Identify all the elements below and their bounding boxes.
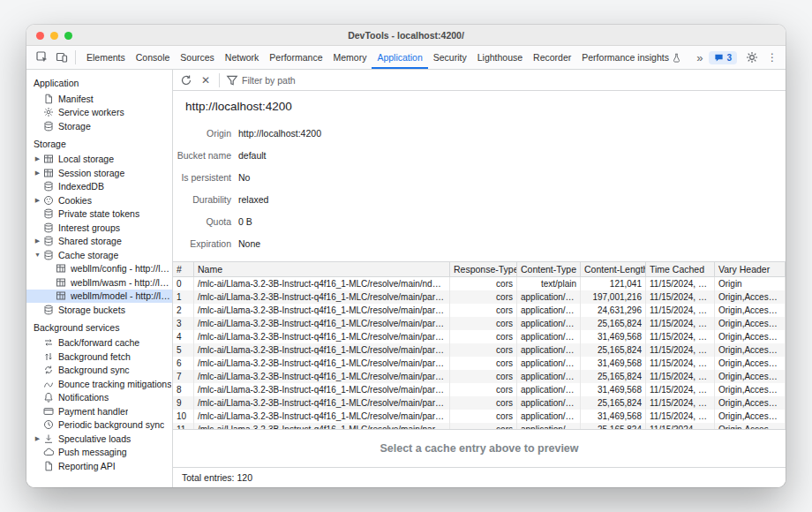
filter-by-path-input[interactable] — [242, 75, 357, 86]
metadata-label: Origin — [173, 128, 231, 139]
column-header-content-type[interactable]: Content-Type — [517, 262, 581, 276]
chevron-right-icon[interactable]: ▶ — [33, 435, 42, 442]
metadata-label: Expiration — [173, 238, 231, 249]
zoom-button[interactable] — [64, 32, 72, 40]
sidebar-item-service-workers[interactable]: Service workers — [26, 106, 172, 120]
cache-entry-row-7[interactable]: 7/mlc-ai/Llama-3.2-3B-Instruct-q4f16_1-M… — [173, 370, 786, 383]
tab-sources[interactable]: Sources — [175, 46, 220, 69]
tab-elements[interactable]: Elements — [81, 46, 131, 69]
sidebar-item-webllm-wasm-http-loca[interactable]: webllm/wasm - http://loca… — [26, 275, 172, 290]
cell-content-length: 31,469,568 — [581, 383, 646, 396]
sidebar-item-storage[interactable]: Storage — [26, 119, 172, 133]
sidebar-item-interest-groups[interactable]: Interest groups — [26, 221, 172, 235]
sidebar-item-cache-storage[interactable]: ▼Cache storage — [26, 248, 172, 262]
clear-icon[interactable]: ✕ — [197, 72, 214, 89]
minimize-button[interactable] — [50, 32, 58, 40]
cell-content-type: text/plain — [517, 277, 581, 290]
sidebar-item-label: Notifications — [58, 392, 109, 403]
cell-response-type: cors — [450, 343, 517, 357]
cell-: 5 — [173, 343, 194, 357]
tab-network[interactable]: Network — [220, 46, 265, 69]
sidebar-item-reporting-api[interactable]: Reporting API — [26, 459, 172, 473]
messages-count: 3 — [726, 53, 732, 63]
sidebar-item-session-storage[interactable]: ▶Session storage — [26, 166, 172, 180]
document-icon — [42, 93, 54, 104]
kebab-menu-icon[interactable]: ⋮ — [767, 51, 778, 64]
sidebar-item-webllm-model-http-loc[interactable]: webllm/model - http://loc… — [26, 290, 172, 304]
device-toolbar-icon[interactable] — [53, 49, 71, 66]
cache-entry-row-8[interactable]: 8/mlc-ai/Llama-3.2-3B-Instruct-q4f16_1-M… — [173, 383, 786, 396]
tab-performance[interactable]: Performance — [264, 46, 327, 69]
column-header-name[interactable]: Name — [194, 262, 450, 276]
cache-entry-row-2[interactable]: 2/mlc-ai/Llama-3.2-3B-Instruct-q4f16_1-M… — [173, 304, 786, 317]
chevron-right-icon[interactable]: ▶ — [33, 169, 42, 177]
chevron-right-icon[interactable]: ▶ — [33, 155, 42, 162]
sidebar-item-push-messaging[interactable]: Push messaging — [26, 446, 172, 460]
cell-content-type: application/oc… — [517, 357, 581, 370]
tab-console[interactable]: Console — [131, 46, 176, 69]
tab-security[interactable]: Security — [428, 46, 472, 69]
sidebar-item-background-sync[interactable]: Background sync — [26, 364, 172, 378]
messages-badge[interactable]: 3 — [709, 51, 737, 64]
column-header-response-type[interactable]: Response-Type — [450, 262, 517, 276]
cell-content-type: application/oc… — [517, 396, 581, 410]
tab-recorder[interactable]: Recorder — [528, 46, 576, 69]
main-panel: ✕ http://localhost:4200 Originhttp://loc… — [173, 70, 786, 487]
clock-icon — [42, 419, 54, 431]
cache-entry-row-10[interactable]: 10/mlc-ai/Llama-3.2-3B-Instruct-q4f16_1-… — [173, 410, 786, 423]
chevron-down-icon[interactable]: ▼ — [33, 252, 42, 258]
cell-: 9 — [173, 396, 194, 410]
cell-vary-header: Origin,Access… — [715, 343, 786, 357]
close-button[interactable] — [36, 32, 44, 40]
metadata-row-origin: Originhttp://localhost:4200 — [173, 122, 786, 144]
cell-time-cached: 11/15/2024, 10… — [646, 370, 715, 383]
sidebar-item-label: Storage buckets — [58, 305, 125, 315]
cache-entry-row-3[interactable]: 3/mlc-ai/Llama-3.2-3B-Instruct-q4f16_1-M… — [173, 317, 786, 330]
cache-entry-row-6[interactable]: 6/mlc-ai/Llama-3.2-3B-Instruct-q4f16_1-M… — [173, 357, 786, 370]
cache-entry-row-0[interactable]: 0/mlc-ai/Llama-3.2-3B-Instruct-q4f16_1-M… — [173, 277, 786, 290]
sidebar-item-back-forward-cache[interactable]: Back/forward cache — [26, 336, 172, 350]
column-header-[interactable]: # — [173, 262, 194, 276]
sidebar-item-periodic-background-sync[interactable]: Periodic background sync — [26, 418, 172, 433]
sidebar-item-speculative-loads[interactable]: ▶Speculative loads — [26, 432, 172, 446]
more-tabs-icon[interactable]: » — [696, 51, 703, 64]
cache-entries-grid: #NameResponse-TypeContent-TypeContent-Le… — [173, 261, 786, 429]
preview-placeholder: Select a cache entry above to preview — [173, 429, 786, 467]
gear-icon[interactable] — [743, 49, 761, 66]
sidebar-item-private-state-tokens[interactable]: Private state tokens — [26, 207, 172, 222]
chevron-right-icon[interactable]: ▶ — [33, 197, 42, 204]
cache-entry-row-1[interactable]: 1/mlc-ai/Llama-3.2-3B-Instruct-q4f16_1-M… — [173, 290, 786, 304]
cell-content-length: 31,469,568 — [581, 330, 646, 343]
sidebar-item-webllm-config-http-loc[interactable]: webllm/config - http://loc… — [26, 262, 172, 276]
refresh-icon[interactable] — [177, 72, 195, 89]
sidebar-item-cookies[interactable]: ▶Cookies — [26, 193, 172, 207]
tab-performance-insights[interactable]: Performance insights — [576, 46, 687, 69]
sidebar-item-bounce-tracking-mitigations[interactable]: Bounce tracking mitigations — [26, 377, 172, 391]
sidebar-item-manifest[interactable]: Manifest — [26, 92, 172, 106]
tab-application[interactable]: Application — [372, 46, 427, 69]
cache-entry-row-4[interactable]: 4/mlc-ai/Llama-3.2-3B-Instruct-q4f16_1-M… — [173, 330, 786, 343]
cell-: 8 — [173, 383, 194, 396]
tab-memory[interactable]: Memory — [327, 46, 372, 69]
sidebar-item-background-fetch[interactable]: Background fetch — [26, 350, 172, 364]
cache-entry-row-9[interactable]: 9/mlc-ai/Llama-3.2-3B-Instruct-q4f16_1-M… — [173, 396, 786, 410]
column-header-content-length[interactable]: Content-Length — [581, 262, 646, 276]
chevron-right-icon[interactable]: ▶ — [33, 237, 42, 245]
sidebar-item-storage-buckets[interactable]: Storage buckets — [26, 303, 172, 317]
cell-content-length: 197,001,216 — [581, 290, 646, 304]
sidebar-item-payment-handler[interactable]: Payment handler — [26, 404, 172, 418]
tab-lighthouse[interactable]: Lighthouse — [472, 46, 528, 69]
column-header-vary-header[interactable]: Vary Header — [715, 262, 786, 276]
sidebar-item-shared-storage[interactable]: ▶Shared storage — [26, 235, 172, 249]
column-header-time-cached[interactable]: Time Cached — [646, 262, 715, 276]
bounce-icon — [42, 378, 54, 389]
cache-entry-row-11[interactable]: 11/mlc-ai/Llama-3.2-3B-Instruct-q4f16_1-… — [173, 423, 786, 429]
sidebar-item-label: IndexedDB — [58, 181, 104, 192]
sidebar-item-notifications[interactable]: Notifications — [26, 391, 172, 405]
cell-time-cached: 11/15/2024, 10… — [646, 396, 715, 410]
sidebar-item-local-storage[interactable]: ▶Local storage — [26, 153, 172, 167]
inspect-icon[interactable] — [34, 49, 51, 66]
cell-content-type: application/oc… — [517, 343, 581, 357]
cache-entry-row-5[interactable]: 5/mlc-ai/Llama-3.2-3B-Instruct-q4f16_1-M… — [173, 343, 786, 357]
sidebar-item-indexeddb[interactable]: IndexedDB — [26, 180, 172, 194]
